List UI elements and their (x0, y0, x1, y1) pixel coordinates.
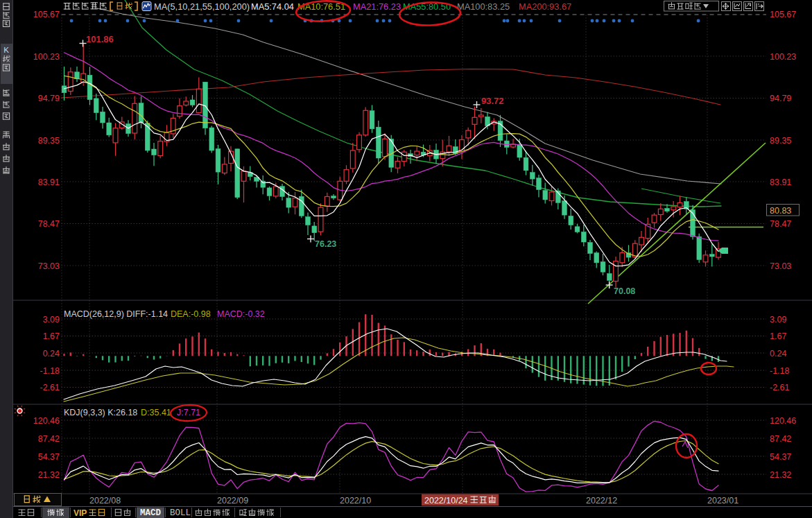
svg-text:105.67: 105.67 (33, 10, 60, 19)
svg-text:83.91: 83.91 (770, 178, 791, 187)
svg-text:MACD:-0.32: MACD:-0.32 (217, 309, 265, 319)
svg-text:105.67: 105.67 (770, 10, 796, 19)
svg-text:73.03: 73.03 (38, 261, 60, 271)
svg-text:89.35: 89.35 (770, 136, 791, 146)
svg-text:3.09: 3.09 (43, 315, 60, 325)
svg-text:D:35.41: D:35.41 (141, 408, 171, 417)
svg-text:78.47: 78.47 (38, 219, 60, 229)
svg-text:21.32: 21.32 (770, 470, 791, 480)
svg-text:120.46: 120.46 (770, 416, 796, 426)
svg-text:-2.61: -2.61 (40, 383, 60, 392)
svg-text:94.79: 94.79 (770, 94, 791, 103)
svg-text:2023/01: 2023/01 (707, 496, 738, 506)
svg-text:3.09: 3.09 (770, 315, 786, 325)
svg-text:2022/08: 2022/08 (89, 496, 121, 506)
svg-text:MA5:74.04: MA5:74.04 (251, 1, 294, 12)
svg-text:MACD(26,12,9) DIFF:-1.14: MACD(26,12,9) DIFF:-1.14 (64, 309, 168, 319)
svg-text:54.37: 54.37 (38, 452, 60, 462)
svg-text:MACD: MACD (140, 508, 162, 518)
svg-text:70.08: 70.08 (614, 286, 635, 296)
svg-text:MA200:93.67: MA200:93.67 (519, 1, 571, 12)
svg-text:2022/10/24: 2022/10/24 (424, 496, 468, 506)
svg-text:54.37: 54.37 (770, 452, 791, 462)
svg-text:MA(5,10,21,55,100,200): MA(5,10,21,55,100,200) (154, 1, 250, 12)
svg-text:80.83: 80.83 (770, 206, 791, 216)
svg-text:VIP: VIP (74, 508, 87, 518)
svg-text:KDJ(9,3,3) K:26.18: KDJ(9,3,3) K:26.18 (64, 408, 137, 417)
svg-text:21.32: 21.32 (38, 470, 60, 480)
svg-text:0.24: 0.24 (770, 349, 786, 359)
svg-text:100.23: 100.23 (770, 52, 796, 62)
svg-text:1.67: 1.67 (770, 331, 786, 341)
svg-text:J:7.71: J:7.71 (177, 408, 200, 417)
svg-text:-2.61: -2.61 (770, 383, 790, 392)
svg-text:1.67: 1.67 (43, 331, 60, 341)
svg-text:MA21:76.23: MA21:76.23 (353, 1, 401, 12)
svg-text:100.23: 100.23 (33, 52, 60, 62)
svg-text:87.42: 87.42 (38, 434, 60, 444)
svg-text:120.46: 120.46 (33, 416, 60, 426)
svg-text:83.91: 83.91 (38, 178, 60, 187)
svg-text:0.24: 0.24 (43, 349, 60, 359)
svg-text:-1.18: -1.18 (40, 366, 60, 376)
svg-text:73.03: 73.03 (770, 261, 791, 271)
svg-text:MA100:83.25: MA100:83.25 (457, 1, 510, 12)
svg-text:2022/10: 2022/10 (340, 496, 371, 506)
svg-text:76.23: 76.23 (315, 239, 336, 249)
svg-text:2022/09: 2022/09 (217, 496, 248, 506)
svg-text:2022/12: 2022/12 (586, 496, 617, 506)
svg-text:93.72: 93.72 (481, 96, 504, 106)
svg-text:101.86: 101.86 (86, 34, 114, 44)
svg-text:94.79: 94.79 (38, 94, 60, 103)
svg-text:-1.18: -1.18 (770, 366, 790, 376)
svg-text:DEA:-0.98: DEA:-0.98 (171, 309, 211, 319)
svg-text:89.35: 89.35 (38, 136, 60, 146)
svg-text:87.42: 87.42 (770, 434, 791, 444)
svg-text:78.47: 78.47 (770, 219, 791, 229)
svg-text:K: K (3, 46, 9, 54)
svg-text:BOLL: BOLL (170, 508, 191, 518)
